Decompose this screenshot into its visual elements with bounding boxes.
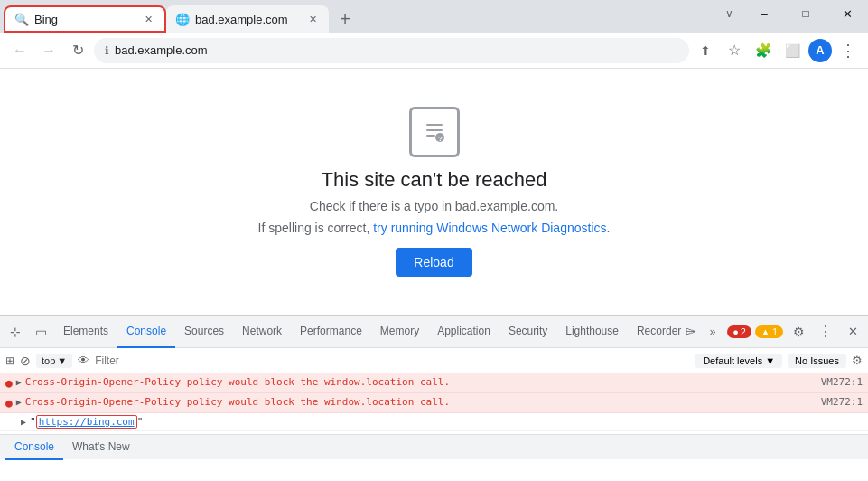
bottom-tab-bar: Console What's New	[0, 434, 868, 459]
new-tab-button[interactable]: +	[332, 6, 358, 32]
reload-button[interactable]: ↻	[65, 38, 90, 63]
error-page-icon: ?	[409, 107, 460, 157]
tab-bing[interactable]: 🔍 Bing ✕	[4, 5, 166, 33]
tab-recorder[interactable]: Recorder ⌲	[628, 316, 705, 348]
tab-security[interactable]: Security	[499, 316, 556, 348]
error-desc1: Check if there is a typo in bad.example.…	[310, 199, 558, 213]
console-settings-icon[interactable]: ⚙	[852, 354, 863, 367]
sidebar-button[interactable]: ⬜	[779, 38, 805, 63]
devtools-panel: ⊹ ▭ Elements Console Sources Network Per…	[0, 315, 868, 459]
default-levels-button[interactable]: Default levels ▼	[695, 354, 782, 368]
page-content: ? This site can't be reached Check if th…	[0, 69, 868, 315]
error-count: 2	[741, 326, 746, 337]
devtools-toolbar: ⊹ ▭ Elements Console Sources Network Per…	[0, 316, 868, 348]
diagnostics-link[interactable]: try running Windows Network Diagnostics	[373, 221, 606, 235]
forward-button[interactable]: →	[36, 38, 61, 63]
devtools-elements-icon[interactable]: ▭	[29, 320, 52, 344]
address-info-icon: ℹ	[105, 44, 109, 57]
tab-close-bad[interactable]: ✕	[305, 12, 320, 26]
devtools-context-selector-icon: ⊞	[5, 354, 14, 367]
bing-link[interactable]: https://bing.com	[36, 415, 137, 429]
devtools-more-button[interactable]: ⋮	[814, 320, 837, 344]
tab-favicon-bing: 🔍	[14, 13, 29, 26]
tab-title-bing: Bing	[34, 13, 135, 26]
context-select[interactable]: top ▼	[36, 354, 72, 368]
tab-console[interactable]: Console	[117, 316, 175, 348]
error-icon-sm: ●	[733, 326, 739, 337]
bottom-tab-console[interactable]: Console	[5, 435, 63, 460]
back-button[interactable]: ←	[7, 38, 33, 63]
error-location-2[interactable]: VM272:1	[821, 396, 863, 408]
devtools-ban-icon[interactable]: ⊘	[20, 354, 31, 368]
expand-arrow-2[interactable]: ▶	[16, 397, 22, 407]
error-indicator-2: ●	[5, 396, 13, 410]
menu-button[interactable]: ⋮	[835, 38, 861, 63]
address-box[interactable]: ℹ bad.example.com	[94, 38, 689, 63]
error-location-1[interactable]: VM272:1	[821, 376, 863, 388]
error-indicator-1: ●	[5, 376, 13, 390]
warn-count-badge[interactable]: ▲ 1	[755, 325, 783, 338]
tab-network[interactable]: Network	[233, 316, 291, 348]
console-filter-bar: ⊞ ⊘ top ▼ 👁 Default levels ▼ No Issues ⚙	[0, 348, 868, 373]
expand-arrow-3[interactable]: ▶	[21, 417, 26, 427]
minimize-button[interactable]: –	[743, 0, 785, 27]
tab-application[interactable]: Application	[428, 316, 499, 348]
tab-close-bing[interactable]: ✕	[141, 12, 155, 26]
reload-page-button[interactable]: Reload	[396, 248, 471, 277]
svg-text:?: ?	[438, 135, 443, 143]
warn-count: 1	[772, 326, 778, 337]
browser-frame: ∨ – □ ✕ 🔍 Bing ✕ 🌐 bad.example.com ✕ + ←…	[0, 0, 868, 459]
expand-arrow-1[interactable]: ▶	[16, 377, 22, 387]
devtools-eye-icon[interactable]: 👁	[78, 354, 89, 367]
tab-performance[interactable]: Performance	[291, 316, 371, 348]
devtools-settings-button[interactable]: ⚙	[787, 320, 810, 344]
error-desc2: If spelling is correct, try running Wind…	[258, 221, 611, 235]
error-message-2: Cross-Origin-Opener-Policy policy would …	[25, 396, 817, 408]
console-error-1: ● ▶ Cross-Origin-Opener-Policy policy wo…	[0, 373, 868, 393]
devtools-close-button[interactable]: ✕	[841, 320, 864, 344]
bookmark-button[interactable]: ☆	[722, 38, 747, 63]
console-messages: ● ▶ Cross-Origin-Opener-Policy policy wo…	[0, 373, 868, 434]
tab-sources[interactable]: Sources	[175, 316, 233, 348]
profile-avatar[interactable]: A	[808, 39, 832, 62]
error-desc2-post: .	[607, 221, 611, 235]
devtools-cursor-icon[interactable]: ⊹	[4, 320, 27, 344]
share-button[interactable]: ⬆	[693, 38, 718, 63]
devtools-right-actions: ● 2 ▲ 1 ⚙ ⋮ ✕	[727, 320, 864, 344]
tab-favicon-bad: 🌐	[175, 13, 190, 26]
close-button[interactable]: ✕	[826, 0, 868, 27]
console-info-1: ▶ "https://bing.com"	[0, 413, 868, 431]
maximize-button[interactable]: □	[785, 0, 826, 27]
console-filter-input[interactable]	[95, 354, 690, 367]
tab-title-bad: bad.example.com	[195, 13, 300, 26]
tab-memory[interactable]: Memory	[371, 316, 428, 348]
console-error-2: ● ▶ Cross-Origin-Opener-Policy policy wo…	[0, 393, 868, 413]
tab-lighthouse[interactable]: Lighthouse	[556, 316, 628, 348]
info-message-link-label: "https://bing.com"	[30, 416, 143, 428]
error-message-1: Cross-Origin-Opener-Policy policy would …	[25, 376, 817, 388]
chevron-down-icon[interactable]: ∨	[714, 0, 743, 27]
tab-bad-example[interactable]: 🌐 bad.example.com ✕	[166, 5, 329, 33]
devtools-tabs: Elements Console Sources Network Perform…	[54, 316, 722, 348]
tab-elements[interactable]: Elements	[54, 316, 117, 348]
address-bar-row: ← → ↻ ℹ bad.example.com ⬆ ☆ 🧩 ⬜ A ⋮	[0, 33, 868, 69]
error-desc2-pre: If spelling is correct,	[258, 221, 374, 235]
tab-bar: ∨ – □ ✕ 🔍 Bing ✕ 🌐 bad.example.com ✕ +	[0, 0, 868, 33]
warn-icon-sm: ▲	[761, 326, 770, 337]
extensions-button[interactable]: 🧩	[751, 38, 776, 63]
address-text: bad.example.com	[115, 43, 208, 57]
no-issues-button[interactable]: No Issues	[788, 354, 846, 368]
error-count-badge[interactable]: ● 2	[727, 325, 751, 338]
bottom-tab-whats-new[interactable]: What's New	[63, 435, 139, 460]
tabs-more-button[interactable]: »	[705, 316, 722, 348]
error-title: This site can't be reached	[321, 168, 546, 192]
